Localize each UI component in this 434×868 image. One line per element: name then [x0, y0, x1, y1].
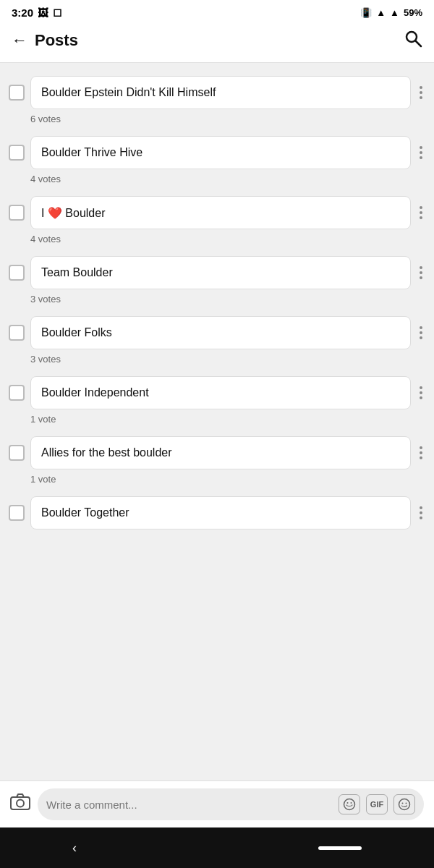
comment-actions: GIF: [339, 794, 415, 814]
post-checkbox[interactable]: [9, 505, 25, 521]
post-item: Allies for the best boulder: [0, 430, 434, 472]
post-votes: 4 votes: [0, 232, 434, 250]
header: ← Posts: [0, 22, 434, 63]
post-wrapper: Allies for the best boulder1 vote: [0, 430, 434, 490]
comment-input[interactable]: [46, 799, 333, 811]
svg-point-6: [351, 802, 352, 804]
post-votes: 3 votes: [0, 292, 434, 310]
instagram-icon: ◻: [53, 6, 61, 19]
post-item: Boulder Thrive Hive: [0, 130, 434, 172]
comment-bar: GIF: [0, 780, 434, 827]
svg-point-4: [344, 799, 355, 810]
post-wrapper: Boulder Together: [0, 490, 434, 532]
post-more-button[interactable]: [417, 76, 425, 109]
post-card[interactable]: Boulder Epstein Didn't Kill Himself: [30, 76, 411, 109]
post-more-button[interactable]: [417, 256, 425, 289]
post-card[interactable]: Boulder Thrive Hive: [30, 136, 411, 169]
camera-icon[interactable]: [10, 793, 30, 815]
post-item: Boulder Epstein Didn't Kill Himself: [0, 70, 434, 112]
emoji-button[interactable]: [393, 794, 415, 814]
svg-point-7: [399, 799, 410, 810]
photo-icon: 🖼: [38, 7, 48, 19]
post-more-button[interactable]: [417, 496, 425, 529]
post-more-button[interactable]: [417, 316, 425, 349]
post-item: Boulder Together: [0, 490, 434, 532]
svg-point-9: [406, 803, 407, 804]
post-card[interactable]: I ❤️ Boulder: [30, 196, 411, 229]
post-checkbox[interactable]: [9, 445, 25, 461]
post-checkbox[interactable]: [9, 145, 25, 161]
post-card[interactable]: Boulder Folks: [30, 316, 411, 349]
post-item: Boulder Independent: [0, 370, 434, 412]
post-votes: 4 votes: [0, 172, 434, 190]
svg-line-1: [416, 41, 422, 47]
post-checkbox[interactable]: [9, 325, 25, 341]
post-more-button[interactable]: [417, 136, 425, 169]
nav-bar: ‹: [0, 827, 434, 868]
post-item: Team Boulder: [0, 250, 434, 292]
post-checkbox[interactable]: [9, 85, 25, 101]
sticker-button[interactable]: [339, 794, 360, 814]
post-votes: 1 vote: [0, 472, 434, 490]
signal-icon: ▲: [390, 7, 399, 18]
nav-back-button[interactable]: ‹: [72, 841, 77, 856]
post-wrapper: Boulder Thrive Hive4 votes: [0, 130, 434, 190]
post-item: Boulder Folks: [0, 310, 434, 352]
post-wrapper: I ❤️ Boulder4 votes: [0, 190, 434, 250]
search-button[interactable]: [404, 29, 422, 52]
gif-button[interactable]: GIF: [366, 794, 388, 814]
status-bar: 3:20 🖼 ◻ 📳 ▲ ▲ 59%: [0, 0, 434, 22]
post-wrapper: Team Boulder3 votes: [0, 250, 434, 310]
post-more-button[interactable]: [417, 196, 425, 229]
post-card[interactable]: Boulder Independent: [30, 376, 411, 409]
post-checkbox[interactable]: [9, 265, 25, 281]
post-votes: 1 vote: [0, 412, 434, 430]
post-checkbox[interactable]: [9, 385, 25, 401]
svg-point-8: [402, 803, 404, 804]
post-votes: 6 votes: [0, 112, 434, 130]
svg-point-5: [347, 802, 349, 804]
comment-input-wrap: GIF: [38, 788, 424, 820]
post-checkbox[interactable]: [9, 205, 25, 221]
post-wrapper: Boulder Independent1 vote: [0, 370, 434, 430]
status-right: 📳 ▲ ▲ 59%: [360, 7, 422, 18]
post-wrapper: Boulder Folks3 votes: [0, 310, 434, 370]
time: 3:20: [12, 7, 33, 19]
post-item: I ❤️ Boulder: [0, 190, 434, 232]
post-card[interactable]: Allies for the best boulder: [30, 436, 411, 469]
post-votes: 3 votes: [0, 352, 434, 370]
page-title: Posts: [35, 31, 78, 50]
post-card[interactable]: Team Boulder: [30, 256, 411, 289]
vibrate-icon: 📳: [360, 7, 372, 18]
nav-home-pill[interactable]: [318, 846, 362, 850]
wifi-icon: ▲: [376, 7, 386, 18]
battery-text: 59%: [404, 7, 422, 18]
status-left: 3:20 🖼 ◻: [12, 6, 61, 19]
header-left: ← Posts: [12, 31, 78, 50]
post-card[interactable]: Boulder Together: [30, 496, 411, 529]
back-button[interactable]: ←: [12, 31, 27, 50]
posts-list: Boulder Epstein Didn't Kill Himself6 vot…: [0, 63, 434, 780]
post-wrapper: Boulder Epstein Didn't Kill Himself6 vot…: [0, 70, 434, 130]
post-more-button[interactable]: [417, 376, 425, 409]
post-more-button[interactable]: [417, 436, 425, 469]
svg-point-3: [17, 800, 24, 807]
